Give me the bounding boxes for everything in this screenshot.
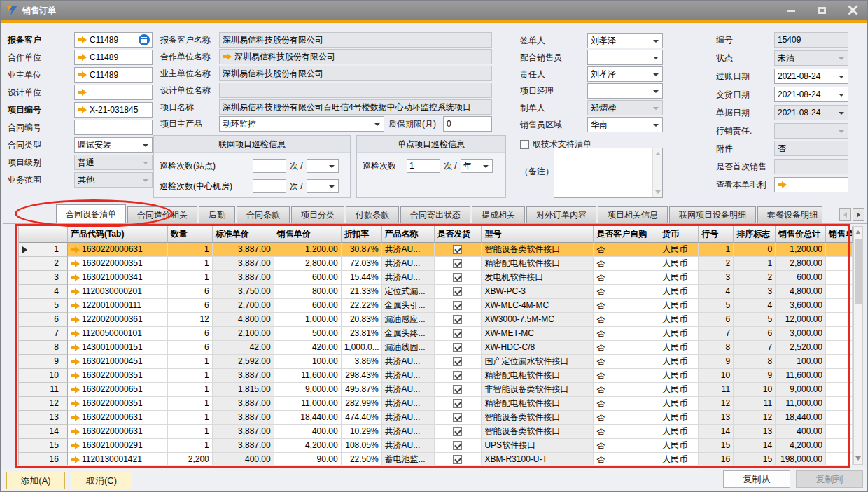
tab-11[interactable]: 套餐设备明细 [757, 206, 822, 223]
tab-10[interactable]: 联网项目设备明细 [669, 206, 756, 223]
cell-total[interactable]: 100.00 [776, 355, 826, 369]
link-arrow-icon[interactable] [778, 181, 787, 188]
cell-std[interactable]: 3,887.00 [213, 271, 274, 285]
tab-7[interactable]: 提成相关 [472, 206, 525, 223]
tab-2[interactable]: 后勤 [199, 206, 235, 223]
cell-ext[interactable] [826, 243, 853, 257]
cell-std[interactable]: 2,700.00 [213, 299, 274, 313]
cell-price[interactable]: 800.00 [274, 285, 342, 299]
cell-self[interactable]: 否 [594, 285, 659, 299]
cell-sort[interactable]: 10 [734, 383, 776, 397]
cell-qty[interactable]: 1 [168, 425, 213, 439]
cell-model[interactable]: 精密配电柜软件接口 [482, 257, 594, 271]
contract-type-select[interactable]: 调试安装 [74, 137, 153, 153]
shipped-checkbox[interactable] [453, 273, 462, 282]
link-arrow-icon[interactable] [78, 89, 87, 96]
cell-price[interactable]: 2,800.00 [274, 257, 342, 271]
tab-scroll-right-icon[interactable] [853, 208, 864, 221]
table-row[interactable]: 15163021000029113,887.004,200.00108.05%共… [19, 439, 853, 453]
project-no-field[interactable]: X-21-031845 [74, 102, 153, 118]
row-header[interactable]: 7 [19, 327, 68, 341]
cell-qty[interactable]: 1 [168, 383, 213, 397]
add-button[interactable]: 添加(A) [6, 472, 65, 489]
shipped-checkbox[interactable] [453, 329, 462, 338]
cell-disc[interactable]: 108.05% [342, 439, 382, 453]
cell-price[interactable]: 11,000.00 [274, 397, 342, 411]
row-header[interactable]: 3 [19, 271, 68, 285]
column-header-sort[interactable]: 排序标志 [734, 226, 776, 243]
cell-code[interactable]: 1430010000151 [68, 341, 168, 355]
cancel-button[interactable]: 取消(C) [71, 472, 132, 489]
cell-code[interactable]: 1630220000351 [68, 397, 168, 411]
column-header-model[interactable]: 型号 [482, 226, 594, 243]
cell-std[interactable]: 3,887.00 [213, 439, 274, 453]
cell-code[interactable]: 1630210000341 [68, 271, 168, 285]
cell-qty[interactable]: 6 [168, 327, 213, 341]
cell-qty[interactable]: 6 [168, 341, 213, 355]
chevron-down-icon[interactable] [839, 94, 844, 97]
cell-model[interactable]: 智能设备类软件接口 [482, 411, 594, 425]
inspection-center-freq-select[interactable] [307, 179, 339, 193]
cell-self[interactable]: 否 [594, 355, 659, 369]
cell-cur[interactable]: 人民币 [659, 439, 699, 453]
cell-line[interactable]: 14 [699, 425, 734, 439]
responsible-select[interactable]: 刘孝泽 [587, 66, 663, 82]
cell-model[interactable]: 非智能设备类软件接口 [482, 383, 594, 397]
copy-from-button[interactable]: 复制从 [723, 470, 790, 488]
minimize-button[interactable] [783, 4, 799, 17]
cell-code[interactable]: 1630220000651 [68, 383, 168, 397]
cell-name[interactable]: 定位式漏... [382, 285, 435, 299]
table-row[interactable]: 5122001000011162,700.00600.0022.22%金属头引.… [19, 299, 853, 313]
cell-line[interactable]: 3 [699, 271, 734, 285]
cell-shipped[interactable] [435, 369, 482, 383]
table-row[interactable]: 11163022000065111,815.009,000.00495.87%共… [19, 383, 853, 397]
cell-price[interactable]: 4,200.00 [274, 439, 342, 453]
cell-shipped[interactable] [435, 313, 482, 327]
link-arrow-icon[interactable] [78, 36, 87, 43]
cell-disc[interactable]: 298.43% [342, 369, 382, 383]
column-header-name[interactable]: 产品名称 [382, 226, 435, 243]
link-arrow-icon[interactable] [78, 54, 87, 61]
cell-name[interactable]: 漏油线固... [382, 341, 435, 355]
cell-code[interactable]: 1630210000291 [68, 439, 168, 453]
cell-qty[interactable]: 12 [168, 313, 213, 327]
cell-self[interactable]: 否 [594, 397, 659, 411]
cell-self[interactable]: 否 [594, 257, 659, 271]
column-header-line[interactable]: 行号 [699, 226, 734, 243]
cell-ext[interactable] [826, 397, 853, 411]
shipped-checkbox[interactable] [453, 441, 462, 450]
cell-ext[interactable] [826, 327, 853, 341]
tab-4[interactable]: 项目分类 [291, 206, 344, 223]
cell-std[interactable]: 3,887.00 [213, 397, 274, 411]
cell-std[interactable]: 3,887.00 [213, 369, 274, 383]
cell-total[interactable]: 400.00 [776, 425, 826, 439]
cell-shipped[interactable] [435, 397, 482, 411]
cell-total[interactable]: 4,200.00 [776, 439, 826, 453]
cell-shipped[interactable] [435, 439, 482, 453]
maximize-button[interactable] [814, 4, 830, 17]
cell-code[interactable]: 1220020000361 [68, 313, 168, 327]
cell-line[interactable]: 16 [699, 453, 734, 465]
cell-shipped[interactable] [435, 453, 482, 465]
table-row[interactable]: 61220020000361124,800.001,000.0020.83%漏油… [19, 313, 853, 327]
cell-sort[interactable]: 0 [734, 243, 776, 257]
table-row[interactable]: 9163021000045112,592.00100.003.86%共济AU..… [19, 355, 853, 369]
cell-std[interactable]: 4,800.00 [213, 313, 274, 327]
cell-ext[interactable] [826, 299, 853, 313]
cell-disc[interactable]: 495.87% [342, 383, 382, 397]
cell-self[interactable]: 否 [594, 439, 659, 453]
cell-sort[interactable]: 5 [734, 313, 776, 327]
close-button[interactable] [845, 4, 860, 17]
cell-self[interactable]: 否 [594, 243, 659, 257]
design-unit-field[interactable] [74, 85, 153, 100]
cell-model[interactable]: 智能设备类软件接口 [482, 425, 594, 439]
cell-cur[interactable]: 人民币 [659, 327, 699, 341]
table-row[interactable]: 3163021000034113,887.00600.0015.44%共济AU.… [19, 271, 853, 285]
cell-shipped[interactable] [435, 383, 482, 397]
link-arrow-icon[interactable] [71, 288, 80, 295]
link-arrow-icon[interactable] [71, 442, 80, 449]
cell-ext[interactable] [826, 439, 853, 453]
cell-qty[interactable]: 6 [168, 299, 213, 313]
cell-self[interactable]: 否 [594, 271, 659, 285]
cell-ext[interactable] [826, 341, 853, 355]
